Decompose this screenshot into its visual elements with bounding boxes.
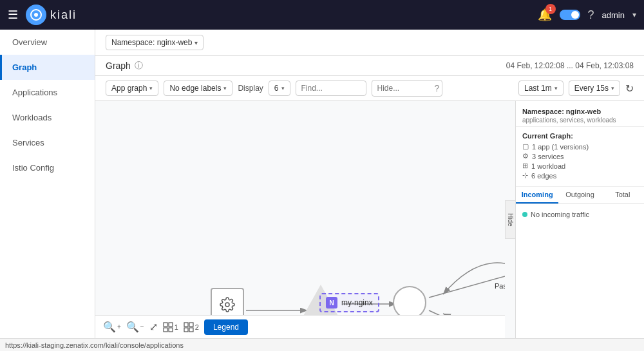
filter-bar: App graph ▾ No edge labels ▾ Display 6 ▾… (95, 76, 644, 101)
edge-labels-label: No edge labels (169, 84, 221, 93)
user-chevron[interactable]: ▾ (632, 10, 636, 19)
rp-edge-row: ⊹ 6 edges (522, 171, 638, 180)
svg-rect-15 (189, 323, 193, 327)
hide-input[interactable] (377, 84, 432, 93)
rp-service-row: ⚙ 3 services (522, 152, 638, 160)
graph-info-icon[interactable]: ⓘ (135, 60, 143, 71)
right-panel-container: Hide Namespace: nginx-web applications, … (505, 101, 644, 338)
logo-icon (26, 5, 46, 25)
rp-workload-icon: ⊞ (522, 162, 528, 170)
hide-panel-tab[interactable]: Hide (505, 200, 515, 239)
logo-text: kiali (50, 8, 77, 22)
node-passthrough-label: PassthroughCluster (495, 282, 505, 290)
legend-button[interactable]: Legend (204, 319, 248, 335)
graph-area-wrapper: istio-ingressgateway(istio-system) N (95, 101, 644, 338)
namespace-dropdown[interactable]: Namespace: nginx-web ▾ (106, 35, 204, 50)
topbar: ☰ kiali 🔔 1 ? admin ▾ (0, 0, 644, 30)
traffic-dot (522, 212, 527, 217)
main-layout: Overview Graph Applications Workloads Se… (0, 30, 644, 338)
rp-tab-total[interactable]: Total (601, 187, 644, 204)
rp-current-graph-title: Current Graph: (522, 132, 638, 140)
notification-bell[interactable]: 🔔 1 (538, 8, 552, 22)
rp-tab-incoming[interactable]: Incoming (516, 187, 558, 204)
namespace-bar: Namespace: nginx-web ▾ (95, 30, 644, 56)
toggle-dot (571, 11, 579, 19)
graph-title-bar: Graph ⓘ 04 Feb, 12:02:08 ... 04 Feb, 12:… (95, 56, 644, 76)
graph-title-group: Graph ⓘ (106, 60, 143, 71)
sidebar-item-graph[interactable]: Graph (0, 55, 95, 80)
zoom-in-button[interactable]: 🔍+ (103, 321, 121, 333)
zoom-out-button[interactable]: 🔍− (126, 321, 144, 333)
rp-app-count: 1 app (1 versions) (532, 143, 589, 151)
svg-rect-17 (189, 328, 193, 332)
help-icon[interactable]: ? (588, 8, 594, 22)
right-panel-graph-info: Current Graph: ▢ 1 app (1 versions) ⚙ 3 … (516, 127, 644, 187)
sidebar-item-services[interactable]: Services (0, 130, 95, 155)
svg-rect-14 (184, 323, 188, 327)
rp-app-icon: ▢ (522, 142, 529, 151)
rp-edge-icon: ⊹ (522, 171, 528, 180)
sidebar-item-applications[interactable]: Applications (0, 80, 95, 105)
svg-rect-16 (184, 328, 188, 332)
rp-edge-count: 6 edges (531, 172, 556, 180)
layout2-button[interactable]: 2 (184, 322, 199, 332)
graph-edges-svg (95, 101, 505, 338)
last-time-dropdown[interactable]: Last 1m ▾ (518, 81, 564, 96)
svg-rect-12 (164, 328, 167, 332)
node-my-nginx-inner: N my-nginx (319, 293, 379, 312)
rp-tab-content: No incoming traffic (516, 204, 644, 225)
graph-datetime: 04 Feb, 12:02:08 ... 04 Feb, 12:03:08 (506, 61, 634, 70)
nginx-badge: N (326, 297, 337, 308)
bottom-bar: 🔍+ 🔍− ⤢ 1 2 Leg (95, 315, 505, 338)
theme-toggle[interactable] (560, 10, 580, 20)
node-passthrough[interactable]: 🔑 PassthroughCluster (495, 246, 505, 290)
namespace-chevron-icon: ▾ (194, 39, 198, 46)
my-nginx-label: my-nginx (341, 298, 373, 307)
display-label: Display (238, 84, 263, 93)
right-panel-namespace: Namespace: nginx-web applications, servi… (516, 101, 644, 127)
refresh-icon[interactable]: ↻ (625, 82, 634, 95)
edge-labels-dropdown[interactable]: No edge labels ▾ (164, 81, 232, 96)
layout1-button[interactable]: 1 (163, 322, 178, 332)
svg-line-5 (429, 274, 505, 298)
svg-rect-13 (169, 328, 173, 332)
sidebar-item-overview[interactable]: Overview (0, 30, 95, 55)
rp-app-row: ▢ 1 app (1 versions) (522, 142, 638, 151)
app-graph-chevron: ▾ (149, 85, 153, 91)
svg-point-1 (34, 13, 38, 17)
every-label: Every 15s (574, 84, 609, 93)
app-graph-dropdown[interactable]: App graph ▾ (106, 81, 158, 96)
bell-badge: 1 (545, 4, 556, 14)
hide-help-icon[interactable]: ? (435, 83, 440, 93)
every-time-dropdown[interactable]: Every 15s ▾ (569, 81, 620, 96)
rp-workload-row: ⊞ 1 workload (522, 162, 638, 170)
hamburger-menu[interactable]: ☰ (8, 8, 18, 22)
status-bar: https://kiali-staging.zenatix.com/kiali/… (0, 338, 644, 351)
last-chevron: ▾ (554, 85, 558, 91)
content-area: Namespace: nginx-web ▾ Graph ⓘ 04 Feb, 1… (95, 30, 644, 338)
rp-service-count: 3 services (532, 153, 564, 160)
display-dropdown[interactable]: 6 ▾ (269, 81, 290, 96)
app-graph-label: App graph (111, 84, 147, 93)
rp-service-icon: ⚙ (522, 152, 529, 160)
hide-input-wrapper: ? (372, 80, 442, 97)
find-input[interactable] (296, 81, 366, 96)
every-chevron: ▾ (611, 85, 614, 91)
edge-labels-chevron: ▾ (223, 85, 227, 91)
sidebar-item-istio-config[interactable]: Istio Config (0, 155, 95, 180)
node-my-nginx-box[interactable]: N my-nginx (319, 293, 379, 312)
no-traffic-message: No incoming traffic (522, 211, 638, 218)
namespace-label: Namespace: nginx-web (111, 38, 192, 47)
graph-title: Graph (106, 61, 131, 71)
svg-point-7 (225, 303, 229, 307)
rp-tab-outgoing[interactable]: Outgoing (558, 187, 601, 204)
sidebar-item-workloads[interactable]: Workloads (0, 105, 95, 130)
status-url: https://kiali-staging.zenatix.com/kiali/… (5, 341, 184, 349)
logo: kiali (26, 5, 77, 25)
rp-namespace-title: Namespace: nginx-web (522, 108, 638, 115)
right-panel: Namespace: nginx-web applications, servi… (515, 101, 644, 338)
rp-namespace-links: applications, services, workloads (522, 117, 638, 124)
graph-canvas: istio-ingressgateway(istio-system) N (95, 101, 505, 338)
svg-rect-11 (169, 323, 173, 327)
fit-button[interactable]: ⤢ (149, 321, 158, 333)
